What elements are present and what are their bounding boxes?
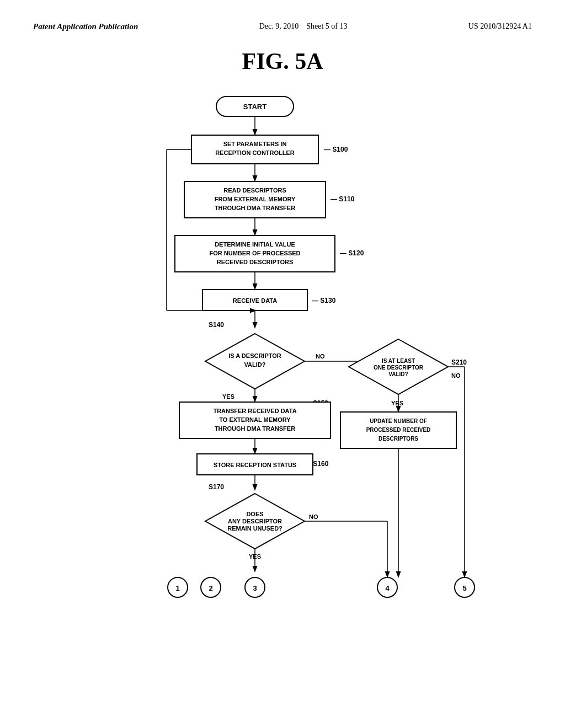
svg-text:YES: YES bbox=[391, 400, 403, 406]
svg-text:PROCESSED RECEIVED: PROCESSED RECEIVED bbox=[366, 427, 431, 433]
svg-text:IS A DESCRIPTOR: IS A DESCRIPTOR bbox=[228, 352, 281, 359]
flowchart-svg: START SET PARAMETERS IN RECEPTION CONTRO… bbox=[89, 91, 476, 698]
figure-title: FIG. 5A bbox=[33, 48, 532, 74]
svg-text:ANY DESCRIPTOR: ANY DESCRIPTOR bbox=[228, 518, 282, 524]
s100-label: — S100 bbox=[324, 146, 348, 153]
svg-text:FROM EXTERNAL MEMORY: FROM EXTERNAL MEMORY bbox=[215, 196, 296, 202]
header-date: Dec. 9, 2010 bbox=[259, 22, 299, 30]
header: Patent Application Publication Dec. 9, 2… bbox=[33, 22, 532, 31]
s100-text-line1: SET PARAMETERS IN bbox=[223, 141, 287, 147]
svg-text:S170: S170 bbox=[209, 483, 224, 491]
svg-text:TRANSFER RECEIVED DATA: TRANSFER RECEIVED DATA bbox=[213, 408, 296, 414]
svg-text:NO: NO bbox=[451, 372, 461, 379]
svg-text:NO: NO bbox=[316, 353, 325, 360]
svg-text:REMAIN UNUSED?: REMAIN UNUSED? bbox=[227, 525, 282, 532]
svg-text:READ DESCRIPTORS: READ DESCRIPTORS bbox=[223, 187, 286, 194]
svg-text:THROUGH DMA TRANSFER: THROUGH DMA TRANSFER bbox=[215, 425, 295, 432]
svg-text:5: 5 bbox=[462, 584, 466, 592]
svg-text:IS AT LEAST: IS AT LEAST bbox=[382, 358, 415, 364]
svg-text:VALID?: VALID? bbox=[244, 361, 266, 368]
header-center: Dec. 9, 2010 Sheet 5 of 13 bbox=[259, 22, 348, 31]
header-right: US 2010/312924 A1 bbox=[468, 22, 532, 31]
svg-text:3: 3 bbox=[253, 584, 257, 592]
svg-text:4: 4 bbox=[385, 584, 390, 592]
svg-text:TO EXTERNAL MEMORY: TO EXTERNAL MEMORY bbox=[219, 416, 291, 423]
svg-text:ONE DESCRIPTOR: ONE DESCRIPTOR bbox=[374, 365, 424, 371]
svg-text:RECEIVE DATA: RECEIVE DATA bbox=[233, 297, 277, 304]
svg-text:S210: S210 bbox=[451, 358, 467, 366]
svg-text:UPDATE NUMBER OF: UPDATE NUMBER OF bbox=[370, 418, 427, 424]
svg-text:RECEIVED DESCRIPTORS: RECEIVED DESCRIPTORS bbox=[217, 259, 294, 265]
header-left: Patent Application Publication bbox=[33, 22, 138, 31]
svg-text:1: 1 bbox=[175, 584, 179, 592]
svg-text:STORE RECEPTION STATUS: STORE RECEPTION STATUS bbox=[214, 462, 296, 468]
svg-text:FOR NUMBER OF PROCESSED: FOR NUMBER OF PROCESSED bbox=[209, 250, 300, 256]
flowchart-container: START SET PARAMETERS IN RECEPTION CONTRO… bbox=[89, 91, 476, 698]
svg-text:VALID?: VALID? bbox=[388, 371, 408, 377]
svg-text:DOES: DOES bbox=[246, 511, 263, 517]
svg-text:2: 2 bbox=[209, 584, 212, 592]
svg-text:— S120: — S120 bbox=[340, 249, 364, 257]
svg-text:DETERMINE INITIAL VALUE: DETERMINE INITIAL VALUE bbox=[215, 241, 295, 248]
svg-text:— S130: — S130 bbox=[312, 297, 336, 304]
svg-text:YES: YES bbox=[222, 393, 234, 400]
start-label: START bbox=[243, 103, 266, 111]
svg-text:— S110: — S110 bbox=[331, 195, 355, 203]
svg-text:NO: NO bbox=[309, 513, 318, 520]
s100-text-line2: RECEPTION CONTROLLER bbox=[215, 149, 295, 156]
svg-text:S140: S140 bbox=[209, 321, 224, 329]
header-sheet: Sheet 5 of 13 bbox=[306, 22, 347, 30]
page: Patent Application Publication Dec. 9, 2… bbox=[0, 0, 565, 728]
svg-text:DESCRIPTORS: DESCRIPTORS bbox=[379, 436, 418, 442]
svg-text:THROUGH DMA TRANSFER: THROUGH DMA TRANSFER bbox=[215, 205, 295, 211]
